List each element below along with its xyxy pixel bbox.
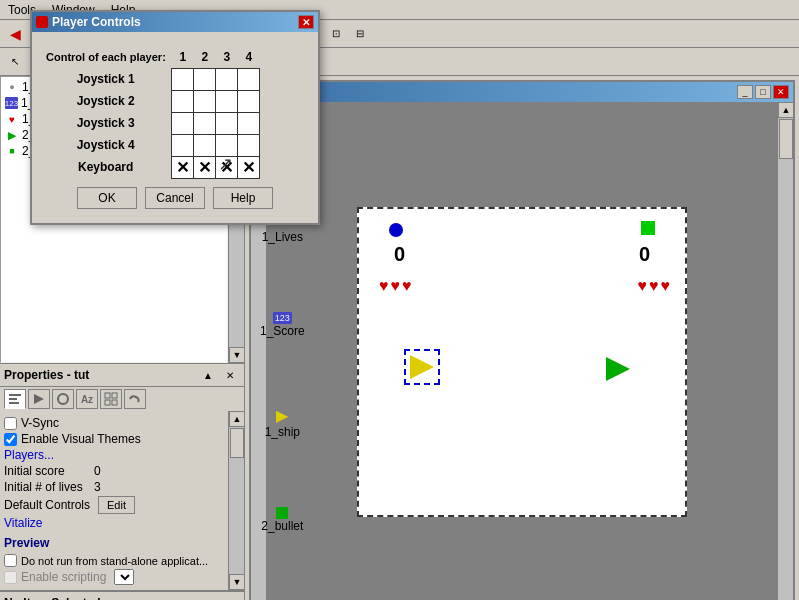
keyboard-p2[interactable]: ✕ <box>194 156 216 178</box>
joy1-p3[interactable] <box>216 68 238 90</box>
player-controls-dialog: Player Controls ✕ Control of each player… <box>30 10 320 225</box>
table-row-joy4: Joystick 4 <box>46 134 260 156</box>
joy1-p1[interactable] <box>172 68 194 90</box>
dialog-buttons: OK Cancel Help <box>46 179 304 213</box>
table-row-joy1: Joystick 1 <box>46 68 260 90</box>
joy3-p1[interactable] <box>172 112 194 134</box>
joy2-p4[interactable] <box>238 90 260 112</box>
joy2-p3[interactable] <box>216 90 238 112</box>
keyboard-p3[interactable]: ✕ <box>216 156 238 178</box>
joy1-p2[interactable] <box>194 68 216 90</box>
joy4-p4[interactable] <box>238 134 260 156</box>
col-header-4: 4 <box>238 46 260 68</box>
joy1-p4[interactable] <box>238 68 260 90</box>
col-header-3: 3 <box>216 46 238 68</box>
table-corner: Control of each player: <box>46 46 172 68</box>
joy3-label: Joystick 3 <box>46 112 172 134</box>
joy4-p3[interactable] <box>216 134 238 156</box>
dialog-body: Control of each player: 1 2 3 4 Joystick… <box>32 32 318 223</box>
dialog-title: Player Controls <box>36 15 141 29</box>
player-controls-table: Control of each player: 1 2 3 4 Joystick… <box>46 46 260 179</box>
joy3-p4[interactable] <box>238 112 260 134</box>
dialog-help-btn[interactable]: Help <box>213 187 273 209</box>
joy1-label: Joystick 1 <box>46 68 172 90</box>
dialog-cancel-btn[interactable]: Cancel <box>145 187 205 209</box>
dialog-icon <box>36 16 48 28</box>
dialog-ok-btn[interactable]: OK <box>77 187 137 209</box>
keyboard-p1[interactable]: ✕ <box>172 156 194 178</box>
joy2-p1[interactable] <box>172 90 194 112</box>
col-header-2: 2 <box>194 46 216 68</box>
table-row-joy3: Joystick 3 <box>46 112 260 134</box>
col-header-1: 1 <box>172 46 194 68</box>
keyboard-p4[interactable]: ✕ <box>238 156 260 178</box>
dialog-overlay: Player Controls ✕ Control of each player… <box>0 0 799 600</box>
joy4-p2[interactable] <box>194 134 216 156</box>
joy3-p3[interactable] <box>216 112 238 134</box>
dialog-title-text: Player Controls <box>52 15 141 29</box>
joy2-p2[interactable] <box>194 90 216 112</box>
app-window: Tools Window Help ◀ ▶ ▤ ⊟ ⊞ 1 - Frame 1 … <box>0 0 799 600</box>
dialog-close-btn[interactable]: ✕ <box>298 15 314 29</box>
joy4-p1[interactable] <box>172 134 194 156</box>
table-row-joy2: Joystick 2 <box>46 90 260 112</box>
dialog-titlebar: Player Controls ✕ <box>32 12 318 32</box>
joy4-label: Joystick 4 <box>46 134 172 156</box>
joy3-p2[interactable] <box>194 112 216 134</box>
keyboard-label: Keyboard <box>46 156 172 178</box>
table-row-keyboard: Keyboard ✕ ✕ ✕ ✕ <box>46 156 260 178</box>
joy2-label: Joystick 2 <box>46 90 172 112</box>
